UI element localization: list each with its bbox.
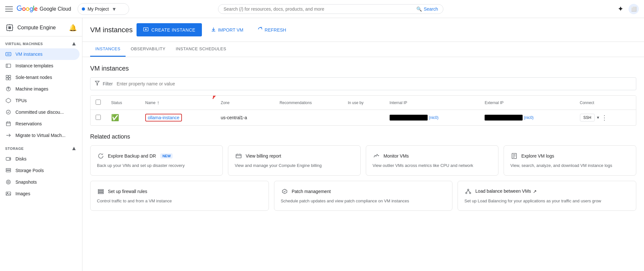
sidebar-item-machine-images[interactable]: Machine images xyxy=(0,83,80,95)
action-card-patch[interactable]: Patch management Schedule patch updates … xyxy=(274,181,453,211)
external-ip-nic-link[interactable]: (nic0) xyxy=(524,115,534,120)
more-options-icon[interactable]: ⋮ xyxy=(601,114,608,121)
svg-rect-25 xyxy=(6,170,11,172)
sidebar-item-committed-use[interactable]: Committed use discou... xyxy=(0,106,80,118)
external-ip-redacted: ████████████ xyxy=(485,115,523,121)
svg-line-48 xyxy=(466,190,468,192)
svg-rect-18 xyxy=(6,122,11,126)
monitor-icon xyxy=(373,152,380,160)
project-dot-icon xyxy=(82,7,85,11)
sidebar-title: Compute Engine xyxy=(17,25,56,31)
import-vm-label: IMPORT VM xyxy=(218,27,243,33)
search-button[interactable]: 🔍 Search xyxy=(416,6,438,12)
action-card-billing[interactable]: View billing report View and manage your… xyxy=(228,145,361,176)
internal-ip-column-header: Internal IP xyxy=(384,96,479,110)
external-link-icon: ↗ xyxy=(533,189,537,194)
account-icon[interactable]: ⬜ xyxy=(629,4,639,14)
create-icon xyxy=(143,26,149,33)
firewall-icon xyxy=(97,188,105,195)
content-header: VM instances CREATE INSTANCE IMPORT VM R… xyxy=(82,18,644,42)
select-all-checkbox[interactable] xyxy=(96,100,101,105)
sidebar-item-images[interactable]: Images xyxy=(0,188,80,199)
action-cards-bottom: Set up firewall rules Control traffic to… xyxy=(90,181,636,211)
ssh-button[interactable]: SSH xyxy=(580,114,595,121)
sidebar-item-snapshots[interactable]: Snapshots xyxy=(0,176,80,188)
section-title: VM instances xyxy=(90,65,636,72)
sidebar-item-label-storage-pools: Storage Pools xyxy=(15,168,44,173)
sidebar-header: Compute Engine 🔔 xyxy=(0,18,82,36)
action-card-backup-dr[interactable]: Explore Backup and DR NEW Back up your V… xyxy=(90,145,223,176)
create-instance-button[interactable]: CREATE INSTANCE xyxy=(137,23,202,36)
import-vm-button[interactable]: IMPORT VM xyxy=(206,24,249,36)
svg-marker-16 xyxy=(6,98,11,103)
connect-cell: SSH ▼ ⋮ xyxy=(575,110,636,126)
backup-desc: Back up your VMs and set up disaster rec… xyxy=(97,162,216,169)
chevron-down-icon: ▾ xyxy=(113,5,116,13)
sidebar-item-sole-tenant-nodes[interactable]: Sole-tenant nodes xyxy=(0,72,80,83)
zone-cell: us-central1-a xyxy=(216,110,275,126)
sidebar-item-migrate-vms[interactable]: Migrate to Virtual Mach... xyxy=(0,130,80,141)
external-ip-column-header: External IP xyxy=(479,96,574,110)
sidebar-item-disks[interactable]: Disks xyxy=(0,153,80,165)
monitor-desc: View outlier VMs across metrics like CPU… xyxy=(373,162,492,169)
action-card-monitor[interactable]: Monitor VMs View outlier VMs across metr… xyxy=(366,145,498,176)
sidebar-item-label-instance-templates: Instance templates xyxy=(15,63,53,68)
storage-section-header[interactable]: Storage ▲ xyxy=(0,141,82,153)
sidebar-item-label-machine-images: Machine images xyxy=(15,86,48,92)
svg-rect-7 xyxy=(7,53,10,55)
action-card-vm-logs[interactable]: Explore VM logs View, search, analyze, a… xyxy=(504,145,636,176)
sidebar-item-instance-templates[interactable]: Instance templates xyxy=(0,60,80,72)
action-card-firewall[interactable]: Set up firewall rules Control traffic to… xyxy=(90,181,269,211)
search-input[interactable] xyxy=(223,6,414,12)
filter-input[interactable] xyxy=(117,81,632,86)
search-bar: 🔍 Search xyxy=(218,4,443,14)
svg-point-45 xyxy=(468,189,469,190)
snapshots-icon xyxy=(5,179,12,185)
tab-observability[interactable]: OBSERVABILITY xyxy=(126,42,171,57)
status-column-header: Status xyxy=(106,96,140,110)
menu-icon[interactable] xyxy=(5,5,13,13)
svg-point-29 xyxy=(7,193,8,194)
inuse-column-header: In use by xyxy=(343,96,384,110)
row-checkbox[interactable] xyxy=(96,115,101,120)
google-cloud-svg xyxy=(17,5,38,13)
card-loadbalance-header: Load balance between VMs ↗ xyxy=(464,188,630,195)
bell-icon[interactable]: 🔔 xyxy=(69,24,77,32)
sidebar-item-reservations[interactable]: Reservations xyxy=(0,118,80,130)
sidebar-item-tpus[interactable]: TPUs xyxy=(0,95,80,106)
vm-section-header[interactable]: Virtual machines ▲ xyxy=(0,36,82,48)
connect-column-header: Connect xyxy=(575,96,636,110)
gem-icon[interactable]: ✦ xyxy=(618,5,623,13)
svg-line-49 xyxy=(468,190,470,192)
sidebar-item-storage-pools[interactable]: Storage Pools xyxy=(0,165,80,176)
sidebar-item-label-reservations: Reservations xyxy=(15,121,42,126)
patch-desc: Schedule patch updates and view patch co… xyxy=(281,198,446,204)
sidebar-item-label-sole-tenant: Sole-tenant nodes xyxy=(15,75,52,80)
svg-rect-43 xyxy=(98,191,103,192)
internal-ip-nic-link[interactable]: (nic0) xyxy=(429,115,439,120)
images-icon xyxy=(5,190,12,197)
card-patch-header: Patch management xyxy=(281,188,446,195)
instance-name-link[interactable]: ollama-instance xyxy=(145,114,182,121)
sidebar-item-vm-instances[interactable]: VM instances xyxy=(0,48,80,60)
svg-rect-10 xyxy=(6,75,8,77)
main-layout: Compute Engine 🔔 Virtual machines ▲ VM i… xyxy=(0,18,644,271)
topbar: Google Cloud My Project ▾ 🔍 Search ✦ ⬜ xyxy=(0,0,644,18)
tab-instance-schedules[interactable]: INSTANCE SCHEDULES xyxy=(171,42,232,57)
sort-icon[interactable]: ↑ xyxy=(157,100,159,106)
create-instance-label: CREATE INSTANCE xyxy=(151,27,195,33)
refresh-button[interactable]: REFRESH xyxy=(252,24,291,36)
card-monitor-header: Monitor VMs xyxy=(373,152,492,160)
search-icon: 🔍 xyxy=(416,6,422,12)
recommendations-cell xyxy=(274,110,343,126)
sidebar-item-label-tpus: TPUs xyxy=(15,98,27,103)
card-firewall-header: Set up firewall rules xyxy=(97,188,262,195)
ssh-dropdown-icon[interactable]: ▼ xyxy=(596,115,600,120)
svg-rect-8 xyxy=(6,64,11,68)
project-selector[interactable]: My Project ▾ xyxy=(78,3,129,15)
action-card-load-balance[interactable]: Load balance between VMs ↗ Set up Load B… xyxy=(458,181,636,211)
tab-instances[interactable]: INSTANCES xyxy=(90,42,126,57)
sidebar-item-label-disks: Disks xyxy=(15,156,26,161)
svg-rect-1 xyxy=(8,26,11,29)
committed-use-icon xyxy=(5,109,12,115)
